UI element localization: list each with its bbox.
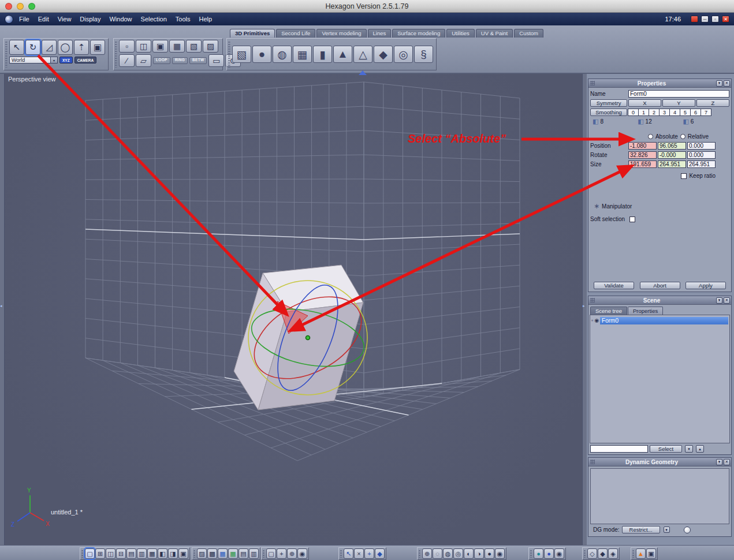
right-collapse-strip[interactable]: ▸	[582, 74, 587, 545]
soft-selection-checkbox[interactable]	[629, 216, 635, 222]
collapse-left-icon[interactable]: ◂	[0, 304, 2, 308]
macos-close-button[interactable]	[5, 3, 12, 10]
smoothing-button[interactable]: Smoothing	[590, 109, 627, 116]
mixed-display-icon[interactable]: ◈	[608, 548, 618, 559]
panel-close-button[interactable]: ✕	[724, 297, 730, 304]
loop-button[interactable]: LOOP	[153, 57, 170, 64]
size-y-input[interactable]: 264.951	[658, 160, 686, 168]
position-z-input[interactable]: 0.000	[687, 142, 716, 150]
layout-two-columns-icon[interactable]: ◫	[106, 548, 115, 559]
manipulator-center-handle[interactable]	[306, 336, 310, 340]
lock-icon[interactable]: ▫	[591, 318, 593, 323]
tab-second-life[interactable]: Second Life	[276, 29, 315, 38]
flat-mode-icon[interactable]: ◍	[443, 548, 453, 559]
layout-right-split-icon[interactable]: ◨	[168, 548, 178, 559]
menu-display[interactable]: Display	[80, 16, 100, 23]
primitive-spring-icon[interactable]: §	[414, 46, 433, 63]
primitive-grid-icon[interactable]: ▦	[293, 46, 312, 63]
apply-button[interactable]: Apply	[685, 282, 726, 289]
dg-indicator-button[interactable]	[684, 527, 691, 533]
select-points-icon[interactable]: ▫	[119, 40, 135, 53]
xyz-button[interactable]: XYZ	[59, 57, 73, 64]
abort-button[interactable]: Abort	[640, 282, 680, 289]
rotate-x-input[interactable]: 32.826	[628, 151, 657, 159]
select-ring-mode-icon[interactable]: ▨	[203, 40, 218, 53]
tab-custom[interactable]: Custom	[514, 29, 543, 38]
layout-three-columns-icon[interactable]: ▥	[137, 548, 147, 559]
validate-button[interactable]: Validate	[594, 282, 634, 289]
manipulator-label[interactable]: Manipulator	[602, 203, 632, 210]
primitive-geodesic-sphere-icon[interactable]: ◍	[273, 46, 292, 63]
macos-minimize-button[interactable]	[17, 3, 24, 10]
tab-scene-properties[interactable]: Properties	[628, 307, 663, 315]
primitive-polyhedron-icon[interactable]: ◆	[374, 46, 393, 63]
zoom-view-icon[interactable]: ⊕	[287, 548, 297, 559]
scene-item-label[interactable]: Form0	[600, 317, 728, 324]
dynamic-geometry-header[interactable]: Dynamic Geometry ▾ ✕	[588, 458, 731, 466]
chevron-down-icon[interactable]: ▾	[51, 57, 58, 64]
layout-full-icon[interactable]: ▣	[178, 548, 188, 559]
grid-edit-icon[interactable]: ▨	[197, 548, 207, 559]
solid-display-icon[interactable]: ◆	[598, 548, 608, 559]
macos-zoom-button[interactable]	[28, 3, 35, 10]
panel-collapse-button[interactable]: ▾	[716, 80, 722, 87]
select-object-icon[interactable]: ▦	[169, 40, 185, 53]
size-x-input[interactable]: 191.659	[628, 160, 657, 168]
shaded-mode-icon[interactable]: ◐	[464, 548, 474, 559]
scale-tool-icon[interactable]: ◿	[42, 40, 57, 55]
full-render-mode-icon[interactable]: ●	[485, 548, 494, 559]
select-edges-icon[interactable]: ◫	[136, 40, 151, 53]
select-arrow-icon[interactable]: ↖	[9, 40, 24, 55]
material-mode-icon[interactable]: ◉	[495, 548, 505, 559]
smoothing-level-1[interactable]: 1	[638, 109, 649, 116]
panel-collapse-button[interactable]: ▾	[716, 459, 722, 465]
panel-close-button[interactable]: ✕	[724, 459, 730, 465]
grid-blue-icon[interactable]: ▦	[218, 548, 228, 559]
soft-modeler-icon[interactable]: ▣	[90, 40, 105, 55]
delete-tool-icon[interactable]: ×	[354, 548, 364, 559]
snap-tool-icon[interactable]: ◆	[375, 548, 385, 559]
absolute-radio[interactable]	[648, 134, 653, 139]
keep-ratio-checkbox[interactable]	[681, 173, 687, 179]
hidden-line-mode-icon[interactable]: ◌	[433, 548, 442, 559]
tab-surface-modeling[interactable]: Surface modeling	[392, 29, 445, 38]
axis-x-button[interactable]: X	[628, 99, 661, 107]
ring-button[interactable]: RING	[172, 57, 188, 64]
layout-left-split-icon[interactable]: ◧	[158, 548, 167, 559]
smoothing-level-3[interactable]: 3	[659, 109, 670, 116]
dg-restrict-button[interactable]: Restrict...	[622, 526, 660, 533]
tab-vertex-modeling[interactable]: Vertex modeling	[316, 29, 366, 38]
scene-filter-input[interactable]	[590, 445, 648, 453]
smooth-mode-icon[interactable]: ◎	[453, 548, 463, 559]
layout-three-rows-icon[interactable]: ▤	[126, 548, 136, 559]
smoothing-level-0[interactable]: 0	[628, 109, 639, 116]
smoothing-level-6[interactable]: 6	[690, 109, 701, 116]
menu-window[interactable]: Window	[109, 16, 132, 23]
axis-z-button[interactable]: Z	[696, 99, 729, 107]
smoothing-level-2[interactable]: 2	[649, 109, 660, 116]
layout-quad-icon[interactable]: ⊞	[95, 548, 105, 559]
smoothing-level-5[interactable]: 5	[680, 109, 691, 116]
world-dropdown[interactable]: World ▾	[9, 57, 58, 64]
scene-tree-item[interactable]: ▫ ◉ Form0	[591, 316, 728, 324]
world-dropdown-value[interactable]: World	[9, 57, 51, 64]
plane-cut-icon[interactable]: ▱	[136, 54, 151, 67]
move-tool-icon[interactable]: +	[364, 548, 374, 559]
layout-single-icon[interactable]: ▢	[85, 548, 95, 559]
menu-help[interactable]: Help	[199, 16, 213, 23]
lasso-select-icon[interactable]: ◯	[58, 40, 73, 55]
primitive-cylinder-icon[interactable]: ▮	[313, 46, 332, 63]
betw-button[interactable]: BETW	[189, 57, 207, 64]
grid-snap-icon[interactable]: ▩	[207, 548, 217, 559]
rotate-z-input[interactable]: 0.000	[687, 151, 716, 159]
tab-3d-primitives[interactable]: 3D Primitives	[230, 29, 275, 38]
tab-scene-tree[interactable]: Scene tree	[590, 307, 627, 315]
knife-icon[interactable]: ∕	[119, 54, 135, 67]
universal-manipulator-icon[interactable]: ↻	[25, 40, 40, 55]
rotate-y-input[interactable]: -0.000	[658, 151, 686, 159]
wireframe-mode-icon[interactable]: ⊕	[422, 548, 432, 559]
menu-tools[interactable]: Tools	[176, 16, 191, 23]
primitive-sphere-icon[interactable]: ●	[252, 46, 271, 63]
translate-tool-icon[interactable]: ⇡	[74, 40, 89, 55]
axis-y-button[interactable]: Y	[662, 99, 695, 107]
